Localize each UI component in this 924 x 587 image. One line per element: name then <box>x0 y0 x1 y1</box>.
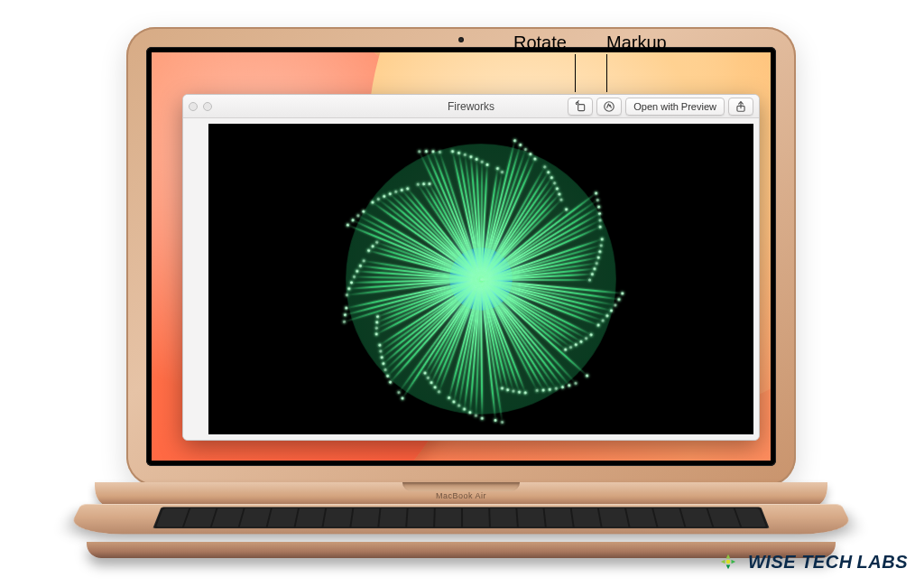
brand-text-2: LABS <box>857 552 908 572</box>
screen-bezel: Fireworks <box>146 47 776 466</box>
desktop-wallpaper: Fireworks <box>152 52 771 461</box>
quicklook-window: Fireworks <box>182 94 760 441</box>
svg-point-7 <box>726 560 731 564</box>
svg-marker-3 <box>726 554 731 559</box>
fireworks-graphic <box>346 144 616 415</box>
svg-marker-4 <box>731 560 735 564</box>
preview-image <box>208 124 753 434</box>
quicklook-titlebar[interactable]: Fireworks <box>183 95 759 118</box>
svg-marker-6 <box>721 560 725 564</box>
markup-pen-icon <box>603 100 615 113</box>
device-model-label: MacBook Air <box>95 491 827 500</box>
svg-marker-5 <box>726 565 731 570</box>
rotate-left-icon <box>574 100 587 113</box>
camera-dot <box>458 37 464 42</box>
share-button[interactable] <box>728 98 753 116</box>
minimize-window-button[interactable] <box>203 102 212 111</box>
markup-button[interactable] <box>596 98 622 116</box>
close-window-button[interactable] <box>189 102 198 111</box>
share-icon <box>735 100 747 113</box>
open-with-preview-button[interactable]: Open with Preview <box>625 98 725 116</box>
brand-text-1: WISE TECH <box>748 552 853 572</box>
laptop-hinge: MacBook Air <box>95 482 827 506</box>
quicklook-content <box>183 118 759 440</box>
keyboard-deck <box>66 504 855 534</box>
rotate-button[interactable] <box>568 98 593 116</box>
laptop-frame: Fireworks <box>126 27 796 486</box>
quicklook-toolbar: Open with Preview <box>568 98 753 116</box>
brand-logo-icon <box>716 549 741 574</box>
keyboard <box>152 507 769 528</box>
watermark-brand: WISE TECH LABS <box>716 549 908 574</box>
svg-rect-0 <box>578 104 585 110</box>
svg-point-1 <box>605 101 614 111</box>
window-controls <box>189 102 212 111</box>
